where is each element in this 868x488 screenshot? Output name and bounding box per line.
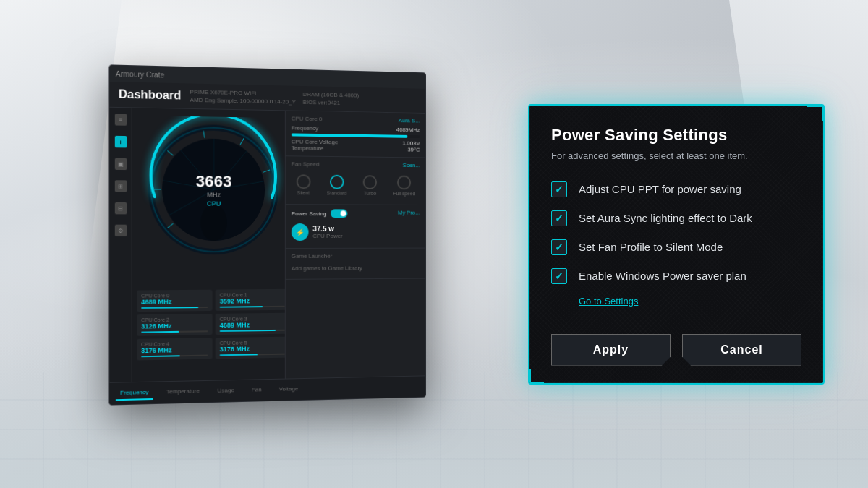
checkbox-box-aura-sync: [551, 210, 567, 226]
power-saving-dialog: Power Saving Settings For advanced setti…: [528, 104, 825, 385]
cancel-button[interactable]: Cancel: [682, 334, 801, 366]
checkbox-aura-sync[interactable]: Set Aura Sync lighting effect to Dark: [551, 210, 801, 226]
checkbox-box-adjust-cpu: [551, 181, 567, 197]
dialog-subtitle: For advanced settings, select at least o…: [551, 150, 801, 161]
checkbox-list: Adjust CPU PPT for power saving Set Aura…: [551, 181, 801, 284]
checkbox-box-windows-power: [551, 268, 567, 284]
dialog-title: Power Saving Settings: [551, 126, 801, 145]
checkbox-label-fan-profile: Set Fan Profile to Silent Mode: [579, 241, 723, 253]
checkbox-label-adjust-cpu: Adjust CPU PPT for power saving: [579, 183, 741, 195]
dialog-overlay: Power Saving Settings For advanced setti…: [0, 0, 868, 488]
checkbox-windows-power[interactable]: Enable Windows Power saver plan: [551, 268, 801, 284]
settings-link[interactable]: Go to Settings: [579, 296, 801, 307]
checkbox-box-fan-profile: [551, 239, 567, 255]
apply-button[interactable]: Apply: [551, 334, 671, 366]
dialog-footer: Apply Cancel: [551, 327, 801, 366]
checkbox-label-aura-sync: Set Aura Sync lighting effect to Dark: [579, 212, 752, 224]
checkbox-fan-profile[interactable]: Set Fan Profile to Silent Mode: [551, 239, 801, 255]
checkbox-adjust-cpu-ppt[interactable]: Adjust CPU PPT for power saving: [551, 181, 801, 197]
dialog-content: Power Saving Settings For advanced setti…: [529, 106, 823, 383]
checkbox-label-windows-power: Enable Windows Power saver plan: [579, 270, 746, 282]
